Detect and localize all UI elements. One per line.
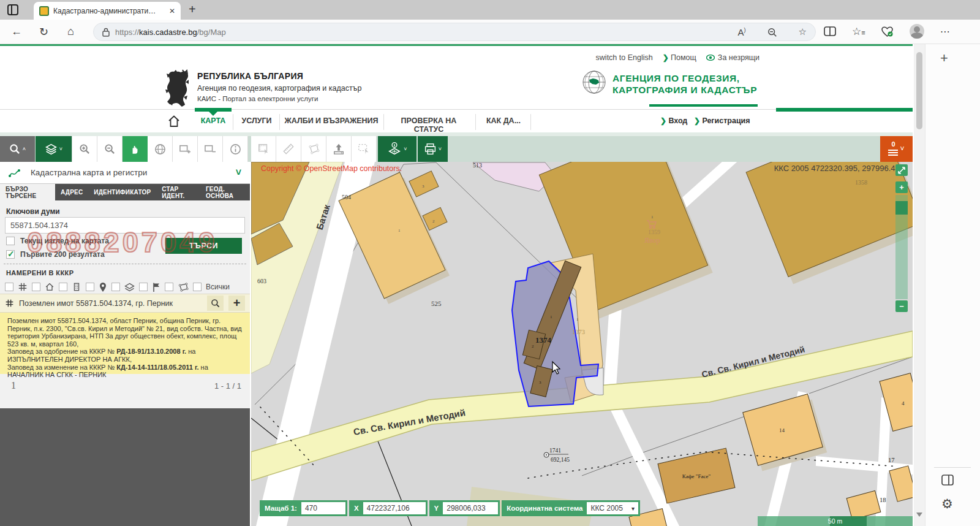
refresh-icon[interactable]: ↻: [39, 25, 48, 39]
result-zoom-button[interactable]: [207, 295, 224, 311]
map-zoom-out-button[interactable]: −: [895, 300, 908, 312]
all-filter-label: Всички: [206, 283, 230, 291]
scrollbar-thumb[interactable]: [916, 52, 922, 129]
globe-icon: [154, 143, 166, 155]
coords-readout: ККС 2005 4722320.395, 297996.415: [774, 164, 904, 173]
help-link[interactable]: ❯ Помощ: [663, 53, 696, 62]
info-button[interactable]: [223, 136, 248, 162]
switch-to-english-link[interactable]: switch to English: [596, 53, 653, 62]
nav-item-karta[interactable]: КАРТА: [195, 116, 232, 125]
accessibility-link[interactable]: За незрящи: [706, 53, 760, 62]
print-button[interactable]: ˅: [418, 136, 448, 162]
tab-geod-osnova[interactable]: ГЕОД. ОСНОВА: [200, 184, 250, 200]
nav-item-proverka[interactable]: ПРОВЕРКА НА СТАТУС: [386, 116, 472, 134]
zoom-box-out-button[interactable]: [198, 136, 223, 162]
sidebar-panel-icon[interactable]: [941, 475, 954, 486]
browser-tab[interactable]: Кадастрално-административна ✕: [34, 2, 181, 20]
zoom-out-page-icon[interactable]: [767, 27, 777, 37]
layer-info-button[interactable]: ˅: [378, 136, 417, 162]
first-200-checkbox[interactable]: [6, 250, 15, 259]
new-tab-button[interactable]: +: [189, 2, 196, 17]
register-link[interactable]: ❯ Регистрация: [694, 116, 750, 125]
result-add-button[interactable]: +: [228, 295, 245, 311]
pan-button[interactable]: [123, 136, 148, 162]
scrollbar-down-arrow[interactable]: [916, 513, 922, 517]
zoom-in-button[interactable]: [72, 136, 97, 162]
republic-logo-text: РЕПУБЛИКА БЪЛГАРИЯ Агенция по геодезия, …: [197, 71, 361, 102]
keywords-input[interactable]: [5, 217, 245, 234]
building-label-1: 1: [398, 228, 401, 233]
page-number[interactable]: 1: [11, 380, 16, 391]
result-row[interactable]: Поземлен имот 55871.504.1374, гр. Перник…: [0, 294, 250, 313]
edge-sidebar: + ⚙: [925, 44, 980, 526]
map-viewport[interactable]: Copyright © OpenStreetMap contributors. …: [251, 162, 913, 526]
filter-geopoint-checkbox[interactable]: [139, 283, 148, 291]
layers-button[interactable]: ˅: [36, 136, 72, 162]
x-label: X: [354, 505, 359, 512]
favorites-star-icon[interactable]: ☆: [799, 26, 807, 37]
split-screen-icon[interactable]: [824, 26, 836, 37]
page-top-accent: [0, 44, 913, 46]
tab-close-icon[interactable]: ✕: [169, 7, 175, 15]
fullscreen-button[interactable]: [895, 164, 908, 176]
search-sidebar: Кадастрална карта и регистри ˅ БЪРЗО ТЪР…: [0, 162, 250, 526]
measure-area-button[interactable]: [251, 136, 276, 162]
home-icon[interactable]: ⌂: [67, 25, 74, 38]
filter-layers-checkbox[interactable]: [111, 283, 120, 291]
nav-home-icon[interactable]: [167, 114, 181, 129]
map-zoom-in-button[interactable]: +: [895, 181, 908, 193]
collections-icon[interactable]: ☆≡: [852, 25, 865, 38]
crs-select[interactable]: ККС 2005 ▾: [587, 502, 638, 514]
workspaces-icon[interactable]: [6, 3, 21, 17]
rect-minus-icon: [204, 143, 216, 154]
republic-subtitle: Агенция по геодезия, картография и кадас…: [197, 84, 361, 93]
poi-label-yavor: Явор: [644, 236, 660, 245]
nav-item-kak-da[interactable]: КАК ДА...: [480, 116, 527, 125]
sidebar-add-icon[interactable]: +: [940, 50, 948, 66]
page-scrollbar[interactable]: [914, 44, 925, 526]
draw-polygon-button[interactable]: [301, 136, 326, 162]
current-view-checkbox[interactable]: [6, 237, 15, 245]
map-layer-selector[interactable]: Кадастрална карта и регистри ˅: [0, 162, 250, 184]
tab-identifier[interactable]: ИДЕНТИФИКАТОР: [88, 184, 156, 200]
sidebar-settings-icon[interactable]: ⚙: [941, 497, 953, 511]
read-aloud-icon[interactable]: A): [738, 27, 746, 37]
address-bar[interactable]: https://kais.cadastre.bg/bg/Map A) ☆: [93, 23, 816, 41]
search-panel-button[interactable]: ˄: [0, 136, 35, 162]
back-icon[interactable]: ←: [11, 25, 22, 38]
browser-essentials-icon[interactable]: [881, 26, 894, 37]
scale-input[interactable]: [301, 502, 345, 514]
tab-old-ident[interactable]: СТАР ИДЕНТ.: [156, 184, 200, 200]
filter-building-checkbox[interactable]: [32, 283, 40, 291]
select-region-button[interactable]: [352, 136, 377, 162]
site-favicon-icon: [39, 6, 49, 16]
login-link[interactable]: ❯ Вход: [660, 116, 687, 125]
zoom-slider-handle[interactable]: [895, 201, 908, 215]
cart-button[interactable]: 0 ˅: [880, 136, 913, 162]
found-heading: НАМЕРЕНИ В КККР: [6, 269, 74, 276]
zoom-out-button[interactable]: [97, 136, 123, 162]
current-view-checkbox-row[interactable]: Текущ изглед на картата: [6, 237, 109, 245]
tab-address[interactable]: АДРЕС: [55, 184, 88, 200]
map-canvas[interactable]: Copyright © OpenStreetMap contributors. …: [251, 162, 913, 526]
crs-segment: Координатна система ККС 2005 ▾: [502, 500, 640, 516]
profile-avatar[interactable]: [910, 24, 924, 39]
y-input[interactable]: [443, 502, 498, 514]
x-input[interactable]: [363, 502, 426, 514]
globe-extent-button[interactable]: [148, 136, 173, 162]
nav-item-zhalbi[interactable]: ЖАЛБИ И ВЪЗРАЖЕНИЯ: [283, 116, 380, 125]
building-label-1: 1: [576, 317, 579, 322]
upload-button[interactable]: [326, 136, 352, 162]
filter-address-checkbox[interactable]: [86, 283, 94, 291]
tab-quick-search[interactable]: БЪРЗО ТЪРСЕНЕ: [0, 184, 55, 200]
measure-distance-button[interactable]: [276, 136, 301, 162]
first-200-checkbox-row[interactable]: Първите 200 резултата: [6, 250, 105, 259]
filter-zone-checkbox[interactable]: [165, 283, 173, 291]
filter-parcel-checkbox[interactable]: [5, 283, 13, 291]
nav-item-uslugi[interactable]: УСЛУГИ: [236, 116, 277, 125]
filter-structure-checkbox[interactable]: [59, 283, 67, 291]
browser-menu-icon[interactable]: ⋯: [940, 26, 950, 37]
search-button[interactable]: ТЪРСИ: [165, 238, 242, 254]
filter-all-checkbox[interactable]: [193, 283, 202, 291]
zoom-box-in-button[interactable]: [173, 136, 198, 162]
